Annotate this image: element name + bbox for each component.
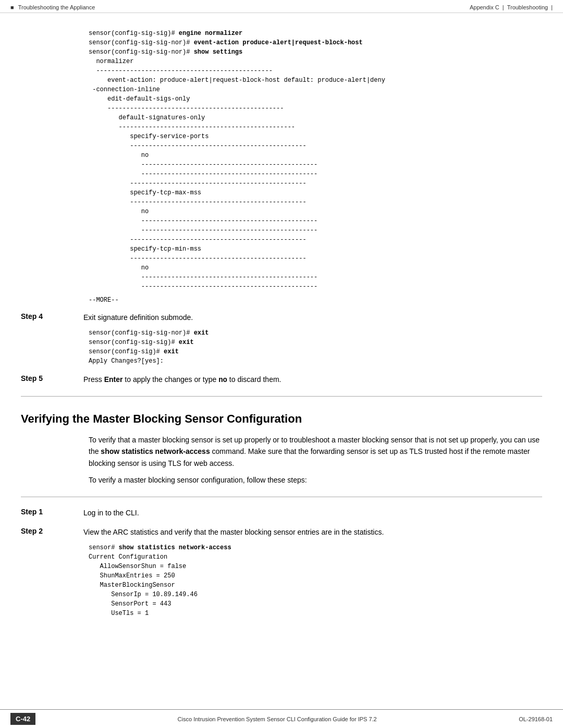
code-line: normalizer: [89, 57, 542, 66]
code-line: specify-tcp-max-mss: [89, 188, 542, 198]
code-line: AllowSensorShun = false: [89, 562, 542, 571]
code-line: ----------------------------------------…: [89, 254, 542, 263]
section-divider: [21, 396, 542, 397]
code-line: ----------------------------------------…: [89, 141, 542, 151]
code-line: MasterBlockingSensor: [89, 581, 542, 590]
code-line: ----------------------------------------…: [89, 122, 542, 132]
step-1-row: Step 1 Log in to the CLI.: [21, 508, 542, 519]
steps-divider: [21, 497, 542, 497]
code-line: no: [89, 263, 542, 273]
step-5-label: Step 5: [21, 374, 83, 386]
header-section-title: Troubleshooting the Appliance: [18, 4, 95, 10]
page-footer: C-42 Cisco Intrusion Prevention System S…: [0, 709, 563, 728]
code-line: sensor(config-sig-sig)# exit: [89, 338, 542, 347]
page-header: ■ Troubleshooting the Appliance Appendix…: [0, 0, 563, 13]
code-line: no: [89, 151, 542, 160]
code-line: sensor# show statistics network-access: [89, 543, 542, 552]
code-line: SensorIp = 10.89.149.46: [89, 590, 542, 599]
step-5-row: Step 5 Press Enter to apply the changes …: [21, 374, 542, 386]
code-block-step4: sensor(config-sig-sig-nor)# exit sensor(…: [89, 328, 542, 366]
code-line: ----------------------------------------…: [89, 216, 542, 226]
code-line: ----------------------------------------…: [89, 66, 542, 76]
footer-page-number: C-42: [10, 713, 35, 725]
code-line: ----------------------------------------…: [89, 226, 542, 235]
code-line: ----------------------------------------…: [89, 169, 542, 179]
step-4-row: Step 4 Exit signature definition submode…: [21, 312, 542, 323]
code-line: SensorPort = 443: [89, 599, 542, 609]
code-line: sensor(config-sig-sig)# engine normalize…: [89, 29, 542, 38]
header-icon: ■: [10, 4, 14, 10]
code-line: sensor(config-sig-sig-nor)# show setting…: [89, 47, 542, 57]
header-left: ■ Troubleshooting the Appliance: [10, 4, 95, 10]
code-line: sensor(config-sig)# exit: [89, 347, 542, 356]
code-line: ----------------------------------------…: [89, 282, 542, 291]
step-2-label: Step 2: [21, 527, 83, 538]
code-line: event-action: produce-alert|request-bloc…: [89, 76, 542, 85]
step-1-label: Step 1: [21, 508, 83, 519]
header-appendix: Appendix C: [470, 4, 499, 10]
code-line: ----------------------------------------…: [89, 179, 542, 188]
code-line: Apply Changes?[yes]:: [89, 356, 542, 366]
code-line: edit-default-sigs-only: [89, 94, 542, 104]
section-heading: Verifying the Master Blocking Sensor Con…: [21, 412, 542, 426]
step-5-content: Press Enter to apply the changes or type…: [83, 374, 281, 386]
code-line: UseTls = 1: [89, 609, 542, 618]
code-line: no: [89, 207, 542, 216]
step-4-label: Step 4: [21, 312, 83, 323]
section-para2: To verify a master blocking sensor confi…: [89, 474, 542, 486]
code-line: -connection-inline: [89, 85, 542, 94]
header-pipe: |: [503, 4, 504, 10]
step-2-row: Step 2 View the ARC statistics and verif…: [21, 527, 542, 538]
code-line: default-signatures-only: [89, 113, 542, 122]
code-block-1: sensor(config-sig-sig)# engine normalize…: [89, 29, 542, 291]
code-line: ShunMaxEntries = 250: [89, 571, 542, 581]
code-line: sensor(config-sig-sig-nor)# event-action…: [89, 38, 542, 47]
code-line: ----------------------------------------…: [89, 198, 542, 207]
header-troubleshooting: Troubleshooting: [507, 4, 548, 10]
main-content: sensor(config-sig-sig)# engine normalize…: [0, 13, 563, 655]
code-line: Current Configuration: [89, 552, 542, 562]
code-line: ----------------------------------------…: [89, 273, 542, 282]
footer-doc-number: OL-29168-01: [519, 716, 553, 722]
code-line: specify-tcp-min-mss: [89, 244, 542, 254]
code-line: ----------------------------------------…: [89, 235, 542, 244]
code-block-step2: sensor# show statistics network-access C…: [89, 543, 542, 618]
code-line: specify-service-ports: [89, 132, 542, 141]
header-right: Appendix C | Troubleshooting |: [470, 4, 553, 10]
step-2-content: View the ARC statistics and verify that …: [83, 527, 384, 538]
step-4-content: Exit signature definition submode.: [83, 312, 193, 323]
code-line: ----------------------------------------…: [89, 160, 542, 169]
section-para1: To verify that a master blocking sensor …: [89, 434, 542, 469]
code-line: ----------------------------------------…: [89, 104, 542, 113]
header-pipe2: |: [551, 4, 553, 10]
step-1-content: Log in to the CLI.: [83, 508, 139, 519]
footer-title: Cisco Intrusion Prevention System Sensor…: [178, 716, 377, 722]
more-line: --MORE--: [89, 297, 542, 304]
code-line: sensor(config-sig-sig-nor)# exit: [89, 328, 542, 338]
